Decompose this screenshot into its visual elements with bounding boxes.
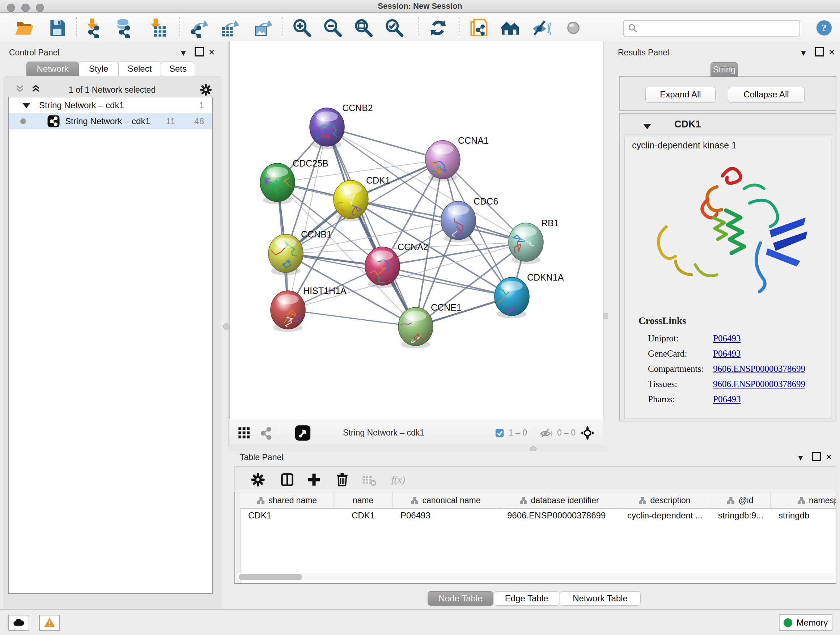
- tab-edge-table[interactable]: Edge Table: [494, 591, 559, 606]
- column-header-sharedname[interactable]: shared name: [240, 492, 334, 508]
- fit-selected-icon[interactable]: [580, 419, 595, 447]
- table-delete-icon[interactable]: [362, 472, 377, 488]
- eye-gray-icon[interactable]: [563, 18, 585, 40]
- export-table-icon[interactable]: [219, 18, 241, 40]
- cell-name: CDK1: [334, 509, 393, 524]
- memory-label: Memory: [797, 618, 828, 628]
- column-header-id[interactable]: @id: [710, 492, 771, 508]
- crosslink-value[interactable]: 9606.ENSP00000378699: [713, 379, 805, 389]
- grid-view-icon[interactable]: [237, 419, 252, 447]
- collapse-all-button[interactable]: Collapse All: [728, 87, 805, 103]
- table-panel-menu-icon[interactable]: ▼: [797, 453, 805, 463]
- trash-icon[interactable]: [334, 472, 350, 488]
- tab-style[interactable]: Style: [79, 62, 118, 76]
- tab-node-table[interactable]: Node Table: [428, 591, 493, 606]
- export-image-icon[interactable]: [253, 18, 275, 40]
- open-folder-icon[interactable]: [14, 18, 36, 40]
- toolbar-separator: [418, 17, 418, 37]
- column-header-namespace[interactable]: namespace: [771, 492, 836, 508]
- crosslink-row: Pharos: P06493: [648, 394, 831, 404]
- save-file-icon[interactable]: [47, 18, 69, 40]
- zoom-selected-icon[interactable]: [384, 18, 406, 40]
- crosslink-label: GeneCard:: [648, 348, 713, 359]
- table-panel-close-icon[interactable]: ✕: [826, 453, 832, 462]
- control-panel-menu-icon[interactable]: ▼: [180, 49, 187, 58]
- plus-icon[interactable]: [306, 472, 322, 488]
- tab-select[interactable]: Select: [118, 62, 161, 76]
- table-row[interactable]: CDK1CDK1P064939606.ENSP00000378699cyclin…: [240, 509, 836, 524]
- results-panel-menu-icon[interactable]: ▼: [799, 49, 807, 58]
- crosslink-value[interactable]: 9606.ENSP00000378699: [713, 364, 805, 374]
- network-overview-icon[interactable]: [258, 419, 273, 447]
- fx-icon[interactable]: f(x): [391, 472, 407, 488]
- control-panel-float-icon[interactable]: [195, 47, 204, 57]
- column-header-name[interactable]: name: [334, 492, 393, 508]
- tab-string[interactable]: String: [711, 62, 738, 77]
- crosslink-value[interactable]: P06493: [713, 394, 741, 404]
- column-header-canonicalname[interactable]: canonical name: [393, 492, 499, 508]
- zoom-out-icon[interactable]: [323, 18, 344, 40]
- node-table[interactable]: shared name name canonical name database…: [234, 492, 836, 584]
- main-toolbar: ?: [0, 13, 840, 42]
- selected-items-icon[interactable]: [494, 419, 505, 447]
- network-selection-status: 1 of 1 Network selected: [4, 85, 220, 95]
- network-canvas[interactable]: CCNB2CCNA1CDC25BCDK1CDC6RB1CCNB1CCNA2CDK…: [229, 41, 603, 419]
- toolbar-separator: [459, 17, 459, 37]
- gear-table-icon[interactable]: [250, 472, 266, 488]
- columns-icon[interactable]: [279, 472, 295, 488]
- zoom-fit-icon[interactable]: [354, 18, 375, 40]
- left-splitter-handle[interactable]: [223, 323, 230, 330]
- hidden-items-icon[interactable]: [539, 419, 554, 447]
- table-toolbar: f(x): [234, 466, 836, 491]
- control-panel-title: Control Panel: [9, 48, 59, 57]
- crosslink-label: Uniprot:: [648, 333, 713, 344]
- cell-sharedname: CDK1: [240, 509, 334, 524]
- node-label: CCNB2: [342, 103, 373, 113]
- help-button[interactable]: ?: [815, 19, 834, 37]
- tab-network-table[interactable]: Network Table: [560, 591, 641, 606]
- column-header-description[interactable]: description: [619, 492, 710, 508]
- tab-sets[interactable]: Sets: [161, 62, 195, 76]
- birds-eye-view-icon[interactable]: [294, 419, 311, 447]
- network-collection-row[interactable]: String Network – cdk1 1: [9, 97, 212, 113]
- table-header-row: shared name name canonical name database…: [240, 492, 836, 509]
- network-options-gear-icon[interactable]: [199, 83, 213, 97]
- import-database-icon[interactable]: [114, 18, 135, 40]
- tab-network[interactable]: Network: [27, 62, 79, 76]
- import-network-icon[interactable]: [83, 18, 104, 40]
- collection-disclosure-icon[interactable]: [22, 103, 30, 108]
- selected-counter: 1 – 0: [508, 428, 527, 438]
- crosslink-row: Uniprot: P06493: [648, 333, 831, 344]
- table-panel-float-icon[interactable]: [812, 452, 821, 461]
- crosslink-value[interactable]: P06493: [713, 348, 741, 359]
- protein-structure-image: [641, 156, 815, 312]
- results-panel-float-icon[interactable]: [815, 47, 824, 57]
- horizontal-splitter-handle[interactable]: [530, 447, 537, 451]
- network-row[interactable]: String Network – cdk1 11 48: [9, 113, 212, 129]
- table-hscrollbar-thumb[interactable]: [239, 574, 302, 580]
- cloud-button[interactable]: [8, 615, 29, 631]
- export-network-icon[interactable]: [189, 18, 210, 40]
- results-panel-close-icon[interactable]: ✕: [829, 48, 835, 57]
- svg-text:?: ?: [821, 22, 827, 33]
- gene-card: cyclin-dependent kinase 1: [624, 137, 831, 418]
- zoom-in-icon[interactable]: [292, 18, 314, 40]
- table-row-header-strip: [235, 492, 240, 583]
- expand-all-button[interactable]: Expand All: [645, 87, 715, 103]
- crosslink-value[interactable]: P06493: [713, 333, 741, 344]
- clipboard-network-icon[interactable]: [468, 18, 490, 40]
- gene-disclosure-icon[interactable]: [643, 124, 651, 129]
- search-input[interactable]: [623, 20, 800, 36]
- toolbar-separator: [283, 17, 283, 37]
- home-icon[interactable]: [500, 18, 522, 40]
- eye-hide-icon[interactable]: [531, 18, 553, 40]
- column-header-databaseidentifier[interactable]: database identifier: [499, 492, 619, 508]
- table-hscrollbar[interactable]: [237, 573, 834, 581]
- crosslink-row: Compartments: 9606.ENSP00000378699: [648, 364, 831, 374]
- import-table-icon[interactable]: [147, 18, 169, 40]
- warning-button[interactable]: [39, 615, 60, 631]
- refresh-icon[interactable]: [428, 18, 450, 40]
- network-node-count: 11: [158, 116, 175, 126]
- control-panel-close-icon[interactable]: ✕: [208, 48, 215, 57]
- memory-button[interactable]: Memory: [779, 614, 832, 631]
